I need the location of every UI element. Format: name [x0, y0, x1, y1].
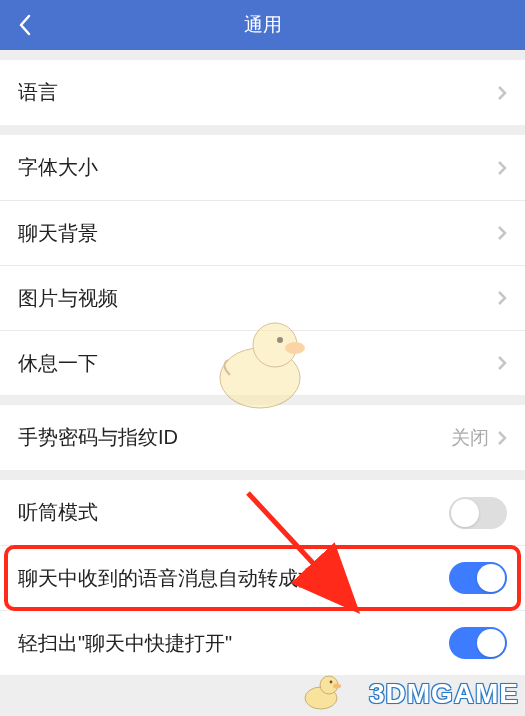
row-photos-videos[interactable]: 图片与视频	[0, 265, 525, 330]
row-label: 休息一下	[18, 350, 497, 377]
row-label: 聊天中收到的语音消息自动转成文字	[18, 565, 449, 592]
back-button[interactable]	[10, 10, 40, 40]
settings-group-toggles: 听筒模式 聊天中收到的语音消息自动转成文字 轻扫出"聊天中快捷打开"	[0, 480, 525, 675]
settings-group-security: 手势密码与指纹ID 关闭	[0, 405, 525, 470]
row-font-size[interactable]: 字体大小	[0, 135, 525, 200]
row-value: 关闭	[451, 425, 489, 451]
svg-point-6	[320, 676, 338, 694]
chevron-right-icon	[497, 85, 507, 101]
row-label: 字体大小	[18, 154, 497, 181]
row-label: 图片与视频	[18, 285, 497, 312]
settings-group-language: 语言	[0, 60, 525, 125]
chevron-right-icon	[497, 225, 507, 241]
row-label: 听筒模式	[18, 499, 449, 526]
svg-point-7	[333, 684, 341, 689]
svg-point-5	[305, 687, 337, 709]
toggle-voice-to-text[interactable]	[449, 562, 507, 594]
toggle-swipe-quick-open[interactable]	[449, 627, 507, 659]
row-voice-to-text: 聊天中收到的语音消息自动转成文字	[0, 545, 525, 610]
toggle-earpiece-mode[interactable]	[449, 497, 507, 529]
page-title: 通用	[244, 12, 282, 38]
watermark-logo: 3DMGAME	[369, 678, 519, 710]
header-bar: 通用	[0, 0, 525, 50]
row-earpiece-mode: 听筒模式	[0, 480, 525, 545]
watermark-duck-small-icon	[299, 670, 345, 710]
chevron-right-icon	[497, 290, 507, 306]
row-label: 语言	[18, 79, 497, 106]
row-take-break[interactable]: 休息一下	[0, 330, 525, 395]
chevron-right-icon	[497, 430, 507, 446]
svg-point-8	[330, 681, 333, 684]
chevron-right-icon	[497, 160, 507, 176]
settings-group-display: 字体大小 聊天背景 图片与视频 休息一下	[0, 135, 525, 395]
watermark-text: 3DMGAME	[369, 678, 519, 710]
row-gesture-fingerprint[interactable]: 手势密码与指纹ID 关闭	[0, 405, 525, 470]
row-language[interactable]: 语言	[0, 60, 525, 125]
row-swipe-quick-open: 轻扫出"聊天中快捷打开"	[0, 610, 525, 675]
chevron-right-icon	[497, 355, 507, 371]
row-chat-background[interactable]: 聊天背景	[0, 200, 525, 265]
row-label: 手势密码与指纹ID	[18, 424, 451, 451]
back-icon	[18, 14, 32, 36]
row-label: 轻扫出"聊天中快捷打开"	[18, 630, 449, 657]
row-label: 聊天背景	[18, 220, 497, 247]
